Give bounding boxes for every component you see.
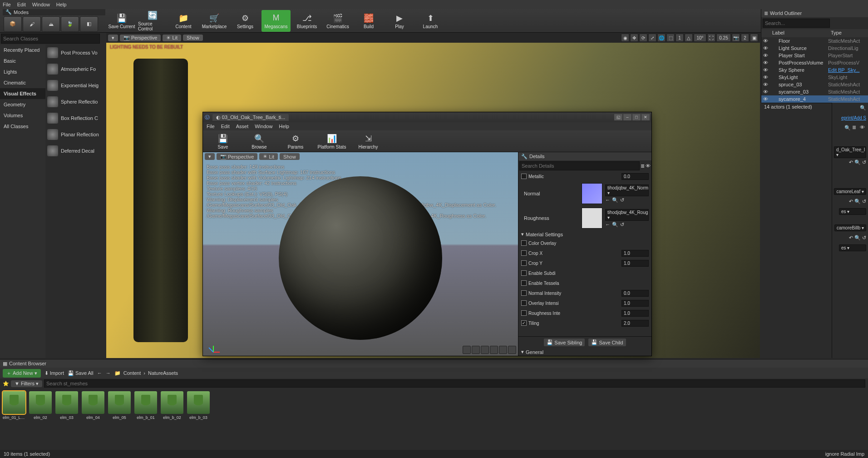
content-item[interactable]: elm_b_02 [161, 391, 183, 420]
mode-landscape-icon[interactable]: ⛰ [42, 16, 60, 32]
visibility-eye-icon[interactable]: 👁 [761, 53, 769, 58]
category-recently-placed[interactable]: Recently Placed [0, 45, 45, 55]
search-small-icon[interactable]: 🔍 [854, 199, 861, 204]
place-item[interactable]: Planar Reflection [45, 126, 105, 143]
category-cinematic[interactable]: Cinematic [0, 77, 45, 88]
mat-menu-file[interactable]: File [207, 124, 215, 129]
outliner-row[interactable]: 👁sycamore_4StaticMeshAct [761, 95, 868, 103]
search-small-icon[interactable]: 🔍 [854, 159, 861, 165]
viewport-perspective-button[interactable]: 📷Perspective [120, 35, 161, 41]
breadcrumb-natureassets[interactable]: NatureAssets [148, 370, 178, 376]
teapot-icon[interactable] [508, 346, 516, 354]
material-dropdown-1[interactable]: camoreLeaf ▾ [834, 188, 866, 195]
plane-icon[interactable] [481, 346, 489, 354]
visibility-eye-icon[interactable]: 👁 [761, 67, 769, 73]
toolbar-blueprints-button[interactable]: ⎇Blueprints [292, 10, 321, 32]
content-item[interactable]: elm_02 [29, 391, 52, 420]
use-selected-icon[interactable]: ← [605, 197, 610, 203]
param-checkbox[interactable] [521, 240, 527, 246]
param-overlay-intensi[interactable]: Overlay Intensi1.0 [518, 298, 651, 308]
outliner-row[interactable]: 👁PostProcessVolumePostProcessV [761, 59, 868, 66]
mat-browse-button[interactable]: 🔍Browse [243, 130, 276, 152]
metallic-checkbox[interactable] [521, 174, 527, 179]
material-dropdown-4[interactable]: es ▾ [839, 244, 866, 251]
content-item[interactable]: elm_b_01 [134, 391, 157, 420]
mode-foliage-icon[interactable]: 🍃 [61, 16, 79, 32]
param-checkbox[interactable] [521, 300, 527, 306]
menu-file[interactable]: File [3, 2, 11, 7]
reset-to-default-icon[interactable]: ↺ [862, 235, 866, 241]
scale-gizmo-icon[interactable]: ⤢ [648, 34, 656, 42]
eye-icon[interactable]: 👁 [646, 163, 651, 169]
toolbar-settings-button[interactable]: ⚙Settings [231, 10, 260, 32]
mat-menu-edit[interactable]: Edit [221, 124, 230, 129]
outliner-search-input[interactable] [763, 19, 830, 28]
import-button[interactable]: ⬇ Import [44, 370, 64, 376]
visibility-eye-icon[interactable]: 👁 [761, 38, 769, 44]
list-icon[interactable]: ≣ [852, 124, 858, 131]
world-outliner-tab[interactable]: ≣ World Outliner [761, 9, 868, 17]
browse-to-icon[interactable]: 🔍 [612, 222, 618, 228]
outliner-row[interactable]: 👁SkyLightSkyLight [761, 74, 868, 81]
details-search-input[interactable] [519, 161, 640, 170]
nav-back-icon[interactable]: ← [97, 370, 102, 376]
reset-icon[interactable]: ↶ [849, 159, 853, 165]
param-value[interactable]: 2.0 [621, 320, 649, 327]
add-new-button[interactable]: ＋Add New ▾ [3, 369, 41, 378]
menu-edit[interactable]: Edit [17, 2, 26, 7]
param-color-overlay[interactable]: Color Overlay [518, 238, 651, 248]
param-enable-tessela[interactable]: Enable Tessela [518, 278, 651, 288]
camera-speed-icon[interactable]: 📷 [732, 34, 740, 42]
place-item[interactable]: Deferred Decal [45, 143, 105, 159]
scale-snap-icon[interactable]: ⛶ [707, 34, 715, 42]
material-preview-viewport[interactable]: ▾ 📷Perspective ☀Lit Show Base pass shade… [203, 152, 518, 356]
menu-window[interactable]: Window [32, 2, 50, 7]
place-item[interactable]: Exponential Heig [45, 77, 105, 94]
param-metallic[interactable]: Metallic 0.0 [518, 171, 651, 181]
category-geometry[interactable]: Geometry [0, 99, 45, 110]
maximize-viewport-icon[interactable]: ▣ [750, 34, 758, 42]
param-normal-intensity[interactable]: Normal Intensity0.0 [518, 288, 651, 298]
camera-speed-value[interactable]: 2 [741, 34, 749, 42]
param-checkbox[interactable] [521, 260, 527, 266]
visibility-eye-icon[interactable]: 👁 [761, 45, 769, 51]
normal-texture-dropdown[interactable]: tihodjqbw_4K_Normal ▾ [605, 184, 649, 196]
nav-forward-icon[interactable]: → [106, 370, 111, 376]
details-tab[interactable]: 🔧 Details [518, 152, 651, 160]
visibility-eye-icon[interactable]: 👁 [761, 60, 769, 65]
place-item[interactable]: Post Process Vo [45, 45, 105, 61]
list-view-icon[interactable]: ≣ [641, 163, 645, 169]
param-checkbox[interactable] [521, 250, 527, 256]
mat-hierarchy-button[interactable]: ⇲Hierarchy [352, 130, 385, 152]
reset-icon[interactable]: ↺ [620, 197, 624, 203]
rotate-gizmo-icon[interactable]: ⟳ [639, 34, 647, 42]
favorite-icon[interactable]: ⭐ [3, 381, 9, 387]
modes-tab[interactable]: 🔧 Modes [3, 9, 105, 15]
normal-texture-thumb[interactable] [582, 183, 602, 204]
move-gizmo-icon[interactable]: ✥ [630, 34, 638, 42]
scale-snap-value[interactable]: 0.25 [716, 34, 731, 42]
param-enable-subdi[interactable]: Enable Subdi [518, 268, 651, 278]
param-crop-x[interactable]: Crop X1.0 [518, 248, 651, 258]
search-icon[interactable]: 🔍 [860, 105, 866, 111]
toolbar-play-button[interactable]: ▶Play [385, 10, 414, 32]
content-item[interactable]: elm_04 [82, 391, 104, 420]
metallic-value[interactable]: 0.0 [621, 173, 649, 180]
place-item[interactable]: Box Reflection C [45, 110, 105, 126]
outliner-row[interactable]: 👁Sky SphereEdit BP_Sky... [761, 66, 868, 74]
mesh-icon[interactable] [499, 346, 507, 354]
content-item[interactable]: elm_05 [108, 391, 131, 420]
param-checkbox[interactable] [521, 270, 527, 276]
param-value[interactable]: 0.0 [621, 290, 649, 297]
outliner-row[interactable]: 👁Player StartPlayerStart [761, 52, 868, 59]
mat-menu-asset[interactable]: Asset [236, 124, 249, 129]
actor-type[interactable]: Edit BP_Sky... [828, 67, 868, 73]
param-value[interactable]: 1.0 [621, 260, 649, 267]
eye-icon[interactable]: 👁 [860, 124, 866, 131]
material-dropdown-2[interactable]: es ▾ [839, 208, 866, 215]
viewport-lit-button[interactable]: ☀Lit [163, 35, 181, 41]
mat-save-button[interactable]: 💾Save [207, 130, 239, 152]
parent-window-icon[interactable]: ◱ [614, 114, 622, 120]
material-settings-section[interactable]: ▾Material Settings [518, 230, 651, 238]
add-component-button[interactable]: eprint/Add S [841, 115, 866, 120]
